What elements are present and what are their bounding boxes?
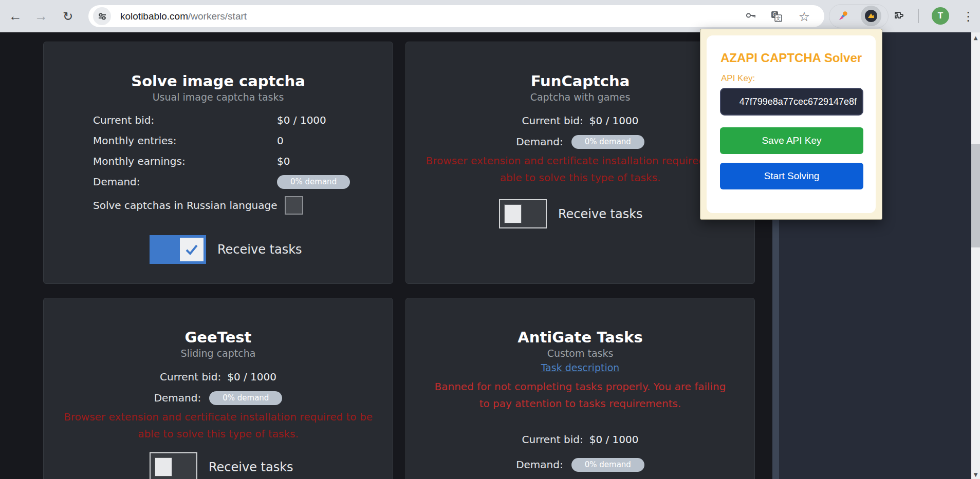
receive-tasks-toggle-off[interactable] [150, 452, 197, 479]
stat-value: 0 [277, 135, 284, 147]
russian-language-checkbox[interactable] [285, 196, 303, 215]
demand-label: Demand: [516, 458, 563, 471]
receive-tasks-label: Receive tasks [558, 207, 643, 221]
url-path: /workers/start [188, 11, 247, 22]
demand-label: Demand: [93, 176, 277, 188]
popup-title: AZAPI CAPTCHA Solver [707, 51, 876, 65]
extension-required-warning: Browser extension and certificate instal… [421, 475, 739, 479]
password-manager-icon[interactable] [742, 8, 760, 25]
demand-label: Demand: [154, 392, 201, 404]
svg-text:文: 文 [776, 15, 781, 21]
eyedropper-extension-icon[interactable] [833, 6, 854, 26]
card-title: AntiGate Tasks [406, 328, 754, 347]
stat-row: Monthly earnings: $0 [93, 151, 393, 171]
russian-checkbox-label: Solve captchas in Russian language [93, 199, 278, 212]
browser-menu-icon[interactable]: ⋮ [957, 0, 979, 32]
stat-row: Demand: 0% demand [93, 171, 393, 192]
api-key-label: API Key: [721, 73, 876, 84]
profile-avatar[interactable]: T [932, 7, 949, 25]
stat-label: Monthly entries: [93, 135, 277, 147]
card-title: Solve image captcha [44, 72, 393, 90]
url-host: kolotibablo.com [120, 11, 188, 22]
azapi-popup-card: AZAPI CAPTCHA Solver API Key: Save API K… [707, 35, 876, 213]
azapi-popup: AZAPI CAPTCHA Solver API Key: Save API K… [700, 29, 882, 220]
receive-tasks-toggle-off[interactable] [499, 199, 547, 228]
card-subtitle: Custom tasks [406, 347, 754, 360]
demand-badge: 0% demand [571, 135, 644, 149]
toggle-knob [180, 238, 204, 261]
banned-warning: Banned for not completing tasks properly… [431, 378, 729, 412]
bid-label: Current bid: [522, 114, 583, 127]
demand-badge: 0% demand [571, 458, 644, 472]
extension-required-warning: Browser extension and certificate instal… [421, 152, 739, 186]
forward-icon[interactable]: → [30, 0, 52, 32]
stat-row: Current bid: $0 / 1000 [93, 110, 393, 130]
card-title: GeeTest [44, 328, 393, 347]
site-settings-icon[interactable] [93, 7, 111, 25]
card-subtitle: Sliding captcha [44, 347, 393, 360]
demand-label: Demand: [516, 136, 563, 148]
api-key-input[interactable] [720, 88, 863, 116]
card-image-captcha: Solve image captcha Usual image captcha … [43, 42, 393, 284]
translate-icon[interactable]: G 文 [768, 8, 785, 25]
bid-value: $0 / 1000 [589, 433, 639, 446]
receive-tasks-label: Receive tasks [209, 460, 293, 474]
bid-label: Current bid: [522, 433, 583, 446]
task-description-link[interactable]: Task description [541, 362, 620, 373]
stat-value: $0 / 1000 [277, 114, 326, 126]
url-field[interactable]: kolotibablo.com/workers/start [120, 5, 247, 27]
azapi-extension-icon[interactable] [861, 6, 881, 26]
toggle-knob [155, 457, 172, 476]
demand-badge: 0% demand [209, 391, 282, 405]
card-subtitle: Usual image captcha tasks [44, 90, 393, 104]
azapi-logo [865, 10, 877, 22]
scrollbar-thumb[interactable] [971, 144, 980, 247]
browser-toolbar: ← → ↻ kolotibablo.com/workers/start G [0, 0, 980, 32]
scrollbar-up-icon[interactable]: ▲ [971, 33, 980, 42]
stat-label: Current bid: [93, 114, 277, 126]
toggle-knob [504, 204, 522, 223]
bid-value: $0 / 1000 [227, 371, 276, 383]
browser-scrollbar[interactable]: ▲ ▼ [971, 32, 980, 479]
bid-label: Current bid: [160, 371, 221, 383]
receive-tasks-toggle-on[interactable] [150, 235, 206, 264]
card-antigate: AntiGate Tasks Custom tasks Task descrip… [405, 298, 755, 479]
card-geetest: GeeTest Sliding captcha Current bid:$0 /… [43, 298, 393, 479]
back-icon[interactable]: ← [4, 0, 27, 32]
check-icon [184, 243, 199, 256]
reload-icon[interactable]: ↻ [57, 0, 79, 32]
stat-label: Monthly earnings: [93, 155, 277, 167]
stat-row: Monthly entries: 0 [93, 130, 393, 151]
extensions-puzzle-icon[interactable] [889, 6, 909, 26]
bid-value: $0 / 1000 [589, 114, 639, 127]
address-bar[interactable]: kolotibablo.com/workers/start G 文 ☆ [88, 5, 824, 27]
stat-value: $0 [277, 155, 290, 167]
save-api-key-button[interactable]: Save API Key [720, 127, 863, 154]
toolbar-separator [918, 9, 919, 23]
start-solving-button[interactable]: Start Solving [720, 163, 863, 189]
receive-tasks-label: Receive tasks [217, 242, 302, 257]
extension-required-warning: Browser extension and certificate instal… [59, 409, 378, 443]
scrollbar-down-icon[interactable]: ▼ [971, 470, 980, 479]
bookmark-star-icon[interactable]: ☆ [796, 8, 813, 25]
demand-badge: 0% demand [277, 175, 350, 189]
